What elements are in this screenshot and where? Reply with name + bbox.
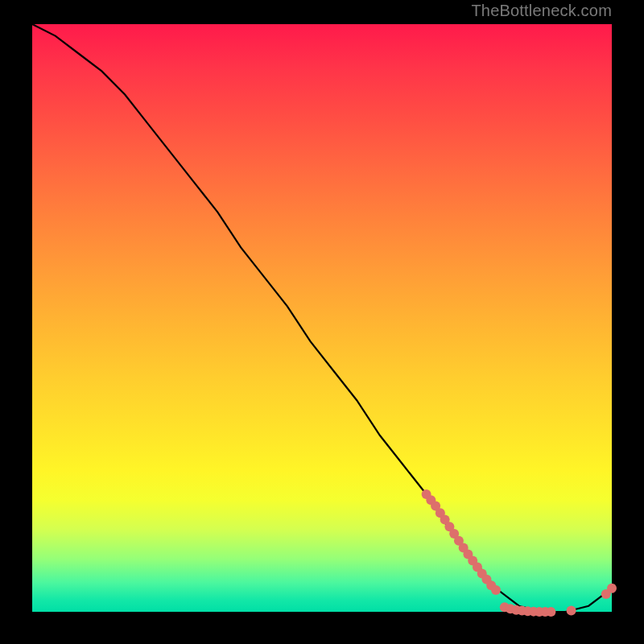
- data-point: [491, 585, 501, 595]
- chart-container: TheBottleneck.com: [0, 0, 644, 644]
- data-point: [567, 606, 576, 616]
- attribution-text: TheBottleneck.com: [471, 2, 612, 20]
- data-points-group: [422, 489, 617, 617]
- chart-overlay: [32, 24, 612, 612]
- data-point: [546, 607, 555, 617]
- bottleneck-curve-line: [32, 24, 612, 612]
- data-point: [607, 584, 617, 593]
